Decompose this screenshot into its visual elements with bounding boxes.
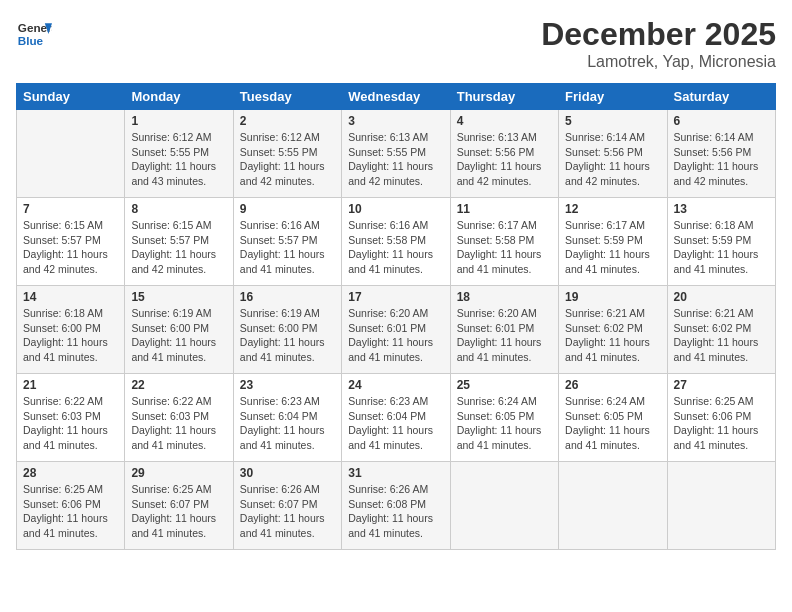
calendar-cell: 12Sunrise: 6:17 AM Sunset: 5:59 PM Dayli… xyxy=(559,198,667,286)
calendar-cell: 6Sunrise: 6:14 AM Sunset: 5:56 PM Daylig… xyxy=(667,110,775,198)
day-info: Sunrise: 6:13 AM Sunset: 5:56 PM Dayligh… xyxy=(457,130,552,189)
calendar-header: SundayMondayTuesdayWednesdayThursdayFrid… xyxy=(17,84,776,110)
day-number: 2 xyxy=(240,114,335,128)
day-number: 8 xyxy=(131,202,226,216)
day-info: Sunrise: 6:20 AM Sunset: 6:01 PM Dayligh… xyxy=(457,306,552,365)
location-title: Lamotrek, Yap, Micronesia xyxy=(541,53,776,71)
calendar-cell xyxy=(17,110,125,198)
calendar-cell: 8Sunrise: 6:15 AM Sunset: 5:57 PM Daylig… xyxy=(125,198,233,286)
day-info: Sunrise: 6:15 AM Sunset: 5:57 PM Dayligh… xyxy=(23,218,118,277)
header-cell-monday: Monday xyxy=(125,84,233,110)
calendar-cell: 16Sunrise: 6:19 AM Sunset: 6:00 PM Dayli… xyxy=(233,286,341,374)
calendar-cell: 2Sunrise: 6:12 AM Sunset: 5:55 PM Daylig… xyxy=(233,110,341,198)
day-info: Sunrise: 6:15 AM Sunset: 5:57 PM Dayligh… xyxy=(131,218,226,277)
day-info: Sunrise: 6:12 AM Sunset: 5:55 PM Dayligh… xyxy=(240,130,335,189)
calendar-cell: 31Sunrise: 6:26 AM Sunset: 6:08 PM Dayli… xyxy=(342,462,450,550)
calendar-cell: 23Sunrise: 6:23 AM Sunset: 6:04 PM Dayli… xyxy=(233,374,341,462)
calendar-cell: 4Sunrise: 6:13 AM Sunset: 5:56 PM Daylig… xyxy=(450,110,558,198)
day-number: 28 xyxy=(23,466,118,480)
week-row-5: 28Sunrise: 6:25 AM Sunset: 6:06 PM Dayli… xyxy=(17,462,776,550)
calendar-cell: 15Sunrise: 6:19 AM Sunset: 6:00 PM Dayli… xyxy=(125,286,233,374)
day-number: 1 xyxy=(131,114,226,128)
day-number: 27 xyxy=(674,378,769,392)
header-cell-saturday: Saturday xyxy=(667,84,775,110)
day-number: 15 xyxy=(131,290,226,304)
day-info: Sunrise: 6:25 AM Sunset: 6:06 PM Dayligh… xyxy=(23,482,118,541)
day-info: Sunrise: 6:25 AM Sunset: 6:06 PM Dayligh… xyxy=(674,394,769,453)
day-info: Sunrise: 6:13 AM Sunset: 5:55 PM Dayligh… xyxy=(348,130,443,189)
calendar-cell: 19Sunrise: 6:21 AM Sunset: 6:02 PM Dayli… xyxy=(559,286,667,374)
day-info: Sunrise: 6:14 AM Sunset: 5:56 PM Dayligh… xyxy=(674,130,769,189)
day-info: Sunrise: 6:22 AM Sunset: 6:03 PM Dayligh… xyxy=(23,394,118,453)
day-number: 17 xyxy=(348,290,443,304)
day-number: 12 xyxy=(565,202,660,216)
calendar-cell: 30Sunrise: 6:26 AM Sunset: 6:07 PM Dayli… xyxy=(233,462,341,550)
week-row-4: 21Sunrise: 6:22 AM Sunset: 6:03 PM Dayli… xyxy=(17,374,776,462)
svg-text:Blue: Blue xyxy=(18,34,44,47)
calendar-cell: 13Sunrise: 6:18 AM Sunset: 5:59 PM Dayli… xyxy=(667,198,775,286)
day-info: Sunrise: 6:20 AM Sunset: 6:01 PM Dayligh… xyxy=(348,306,443,365)
logo-icon: General Blue xyxy=(16,16,52,52)
calendar-cell: 27Sunrise: 6:25 AM Sunset: 6:06 PM Dayli… xyxy=(667,374,775,462)
week-row-2: 7Sunrise: 6:15 AM Sunset: 5:57 PM Daylig… xyxy=(17,198,776,286)
title-section: December 2025 Lamotrek, Yap, Micronesia xyxy=(541,16,776,71)
calendar-cell: 11Sunrise: 6:17 AM Sunset: 5:58 PM Dayli… xyxy=(450,198,558,286)
day-info: Sunrise: 6:23 AM Sunset: 6:04 PM Dayligh… xyxy=(240,394,335,453)
day-number: 29 xyxy=(131,466,226,480)
day-number: 18 xyxy=(457,290,552,304)
header-cell-wednesday: Wednesday xyxy=(342,84,450,110)
calendar-cell: 3Sunrise: 6:13 AM Sunset: 5:55 PM Daylig… xyxy=(342,110,450,198)
day-info: Sunrise: 6:12 AM Sunset: 5:55 PM Dayligh… xyxy=(131,130,226,189)
day-number: 26 xyxy=(565,378,660,392)
day-info: Sunrise: 6:14 AM Sunset: 5:56 PM Dayligh… xyxy=(565,130,660,189)
day-number: 13 xyxy=(674,202,769,216)
calendar-cell: 22Sunrise: 6:22 AM Sunset: 6:03 PM Dayli… xyxy=(125,374,233,462)
day-info: Sunrise: 6:22 AM Sunset: 6:03 PM Dayligh… xyxy=(131,394,226,453)
calendar-cell: 29Sunrise: 6:25 AM Sunset: 6:07 PM Dayli… xyxy=(125,462,233,550)
calendar-cell: 25Sunrise: 6:24 AM Sunset: 6:05 PM Dayli… xyxy=(450,374,558,462)
calendar-cell xyxy=(450,462,558,550)
calendar-table: SundayMondayTuesdayWednesdayThursdayFrid… xyxy=(16,83,776,550)
week-row-3: 14Sunrise: 6:18 AM Sunset: 6:00 PM Dayli… xyxy=(17,286,776,374)
day-number: 20 xyxy=(674,290,769,304)
calendar-cell: 26Sunrise: 6:24 AM Sunset: 6:05 PM Dayli… xyxy=(559,374,667,462)
day-info: Sunrise: 6:25 AM Sunset: 6:07 PM Dayligh… xyxy=(131,482,226,541)
day-number: 22 xyxy=(131,378,226,392)
calendar-cell: 7Sunrise: 6:15 AM Sunset: 5:57 PM Daylig… xyxy=(17,198,125,286)
header-cell-sunday: Sunday xyxy=(17,84,125,110)
day-info: Sunrise: 6:18 AM Sunset: 6:00 PM Dayligh… xyxy=(23,306,118,365)
day-info: Sunrise: 6:16 AM Sunset: 5:57 PM Dayligh… xyxy=(240,218,335,277)
day-info: Sunrise: 6:19 AM Sunset: 6:00 PM Dayligh… xyxy=(240,306,335,365)
day-number: 23 xyxy=(240,378,335,392)
day-info: Sunrise: 6:17 AM Sunset: 5:59 PM Dayligh… xyxy=(565,218,660,277)
day-number: 31 xyxy=(348,466,443,480)
calendar-cell xyxy=(667,462,775,550)
calendar-cell: 17Sunrise: 6:20 AM Sunset: 6:01 PM Dayli… xyxy=(342,286,450,374)
calendar-cell: 10Sunrise: 6:16 AM Sunset: 5:58 PM Dayli… xyxy=(342,198,450,286)
calendar-cell: 1Sunrise: 6:12 AM Sunset: 5:55 PM Daylig… xyxy=(125,110,233,198)
day-info: Sunrise: 6:24 AM Sunset: 6:05 PM Dayligh… xyxy=(457,394,552,453)
week-row-1: 1Sunrise: 6:12 AM Sunset: 5:55 PM Daylig… xyxy=(17,110,776,198)
day-number: 19 xyxy=(565,290,660,304)
day-number: 9 xyxy=(240,202,335,216)
day-number: 11 xyxy=(457,202,552,216)
calendar-cell: 20Sunrise: 6:21 AM Sunset: 6:02 PM Dayli… xyxy=(667,286,775,374)
logo: General Blue xyxy=(16,16,52,52)
day-number: 4 xyxy=(457,114,552,128)
month-title: December 2025 xyxy=(541,16,776,53)
day-info: Sunrise: 6:16 AM Sunset: 5:58 PM Dayligh… xyxy=(348,218,443,277)
day-info: Sunrise: 6:26 AM Sunset: 6:08 PM Dayligh… xyxy=(348,482,443,541)
header-row: SundayMondayTuesdayWednesdayThursdayFrid… xyxy=(17,84,776,110)
calendar-cell xyxy=(559,462,667,550)
calendar-cell: 28Sunrise: 6:25 AM Sunset: 6:06 PM Dayli… xyxy=(17,462,125,550)
calendar-cell: 5Sunrise: 6:14 AM Sunset: 5:56 PM Daylig… xyxy=(559,110,667,198)
calendar-cell: 14Sunrise: 6:18 AM Sunset: 6:00 PM Dayli… xyxy=(17,286,125,374)
day-info: Sunrise: 6:21 AM Sunset: 6:02 PM Dayligh… xyxy=(674,306,769,365)
day-number: 16 xyxy=(240,290,335,304)
day-info: Sunrise: 6:18 AM Sunset: 5:59 PM Dayligh… xyxy=(674,218,769,277)
day-number: 14 xyxy=(23,290,118,304)
day-info: Sunrise: 6:17 AM Sunset: 5:58 PM Dayligh… xyxy=(457,218,552,277)
header-cell-thursday: Thursday xyxy=(450,84,558,110)
calendar-cell: 24Sunrise: 6:23 AM Sunset: 6:04 PM Dayli… xyxy=(342,374,450,462)
day-number: 7 xyxy=(23,202,118,216)
